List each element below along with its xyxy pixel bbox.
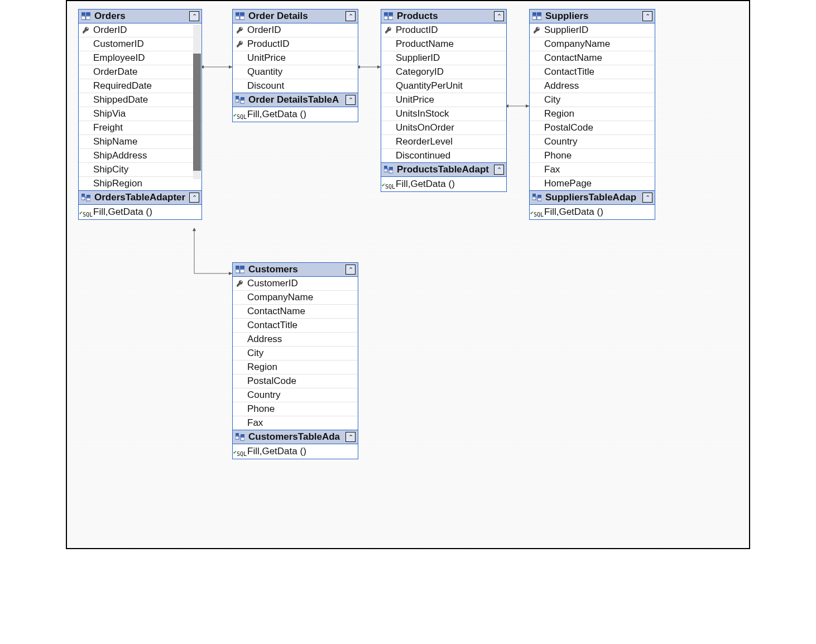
adapter-method-row[interactable]: ✔SQLFill,GetData () — [530, 205, 655, 219]
column-row[interactable]: City — [530, 93, 655, 107]
column-row[interactable]: Address — [233, 333, 358, 347]
adapter-header[interactable]: CustomersTableAda⌃ — [233, 430, 358, 444]
column-row[interactable]: Discount — [233, 79, 358, 93]
column-row[interactable]: PostalCode — [233, 374, 358, 388]
column-row[interactable]: Phone — [530, 149, 655, 163]
adapter-method-row[interactable]: ✔SQLFill,GetData () — [233, 444, 358, 459]
collapse-icon[interactable]: ⌃ — [189, 193, 199, 203]
column-row[interactable]: PostalCode — [530, 121, 655, 135]
column-name: RequiredDate — [93, 80, 152, 92]
column-row[interactable]: OrderID — [233, 23, 358, 37]
column-row[interactable]: CompanyName — [233, 291, 358, 305]
column-name: CustomerID — [247, 278, 298, 289]
column-row[interactable]: Country — [530, 135, 655, 149]
column-row[interactable]: ReorderLevel — [381, 135, 506, 149]
collapse-icon[interactable]: ⌃ — [189, 11, 199, 21]
table-products[interactable]: Products⌃ProductIDProductNameSupplierIDC… — [381, 9, 507, 192]
column-row[interactable]: EmployeeID — [79, 51, 201, 65]
column-name: CustomerID — [93, 39, 144, 50]
svg-rect-6 — [87, 195, 90, 198]
dataset-designer-canvas[interactable]: Orders⌃OrderIDCustomerIDEmployeeIDOrderD… — [66, 0, 750, 549]
table-header[interactable]: Products⌃ — [381, 9, 506, 23]
column-row[interactable]: ContactName — [233, 305, 358, 319]
column-row[interactable]: OrderDate — [79, 65, 201, 79]
adapter-method-row[interactable]: ✔SQLFill,GetData () — [381, 177, 506, 191]
table-header[interactable]: Suppliers⌃ — [530, 9, 655, 23]
adapter-header[interactable]: OrdersTableAdapter⌃ — [79, 190, 201, 205]
column-row[interactable]: ContactTitle — [233, 319, 358, 333]
svg-rect-35 — [240, 270, 244, 273]
scrollbar[interactable] — [193, 25, 201, 179]
collapse-icon[interactable]: ⌃ — [642, 11, 652, 21]
column-name: City — [544, 94, 560, 105]
column-row[interactable]: Quantity — [233, 65, 358, 79]
column-name: ContactName — [544, 52, 602, 64]
column-row[interactable]: UnitPrice — [233, 51, 358, 65]
column-row[interactable]: ProductID — [233, 37, 358, 51]
table-orders[interactable]: Orders⌃OrderIDCustomerIDEmployeeIDOrderD… — [78, 9, 202, 220]
column-row[interactable]: UnitPrice — [381, 93, 506, 107]
column-row[interactable]: ShipRegion — [79, 177, 201, 190]
column-row[interactable]: Fax — [530, 163, 655, 177]
adapter-header[interactable]: Order DetailsTableA⌃ — [233, 93, 358, 107]
table-header[interactable]: Customers⌃ — [233, 263, 358, 277]
column-row[interactable]: Country — [233, 388, 358, 402]
column-row[interactable]: ShippedDate — [79, 93, 201, 107]
column-row[interactable]: ContactName — [530, 51, 655, 65]
column-row[interactable]: CategoryID — [381, 65, 506, 79]
column-row[interactable]: UnitsInStock — [381, 107, 506, 121]
column-row[interactable]: CustomerID — [233, 277, 358, 291]
adapter-header[interactable]: ProductsTableAdapt⌃ — [381, 162, 506, 177]
column-row[interactable]: Discontinued — [381, 149, 506, 162]
column-row[interactable]: RequiredDate — [79, 79, 201, 93]
column-name: CategoryID — [396, 66, 444, 78]
table-suppliers[interactable]: Suppliers⌃SupplierIDCompanyNameContactNa… — [529, 9, 655, 220]
column-row[interactable]: CompanyName — [530, 37, 655, 51]
scroll-thumb[interactable] — [193, 54, 201, 171]
column-row[interactable]: ShipName — [79, 135, 201, 149]
column-row[interactable]: OrderID — [79, 23, 201, 37]
column-row[interactable]: Freight — [79, 121, 201, 135]
adapter-header[interactable]: SuppliersTableAdap⌃ — [530, 190, 655, 205]
table-customers[interactable]: Customers⌃CustomerIDCompanyNameContactNa… — [232, 262, 358, 459]
column-row[interactable]: ContactTitle — [530, 65, 655, 79]
column-row[interactable]: UnitsOnOrder — [381, 121, 506, 135]
collapse-icon[interactable]: ⌃ — [345, 265, 356, 275]
collapse-icon[interactable]: ⌃ — [345, 432, 356, 442]
column-row[interactable]: ProductName — [381, 37, 506, 51]
column-row[interactable]: SupplierID — [381, 51, 506, 65]
column-row[interactable]: Region — [530, 107, 655, 121]
svg-rect-8 — [236, 12, 239, 16]
column-name: QuantityPerUnit — [396, 80, 463, 92]
collapse-icon[interactable]: ⌃ — [642, 193, 652, 203]
column-row[interactable]: City — [233, 347, 358, 361]
table-orderdetails[interactable]: Order Details⌃OrderIDProductIDUnitPriceQ… — [232, 9, 358, 122]
collapse-icon[interactable]: ⌃ — [494, 165, 504, 175]
svg-rect-12 — [236, 96, 239, 99]
column-row[interactable]: Address — [530, 79, 655, 93]
column-row[interactable]: ShipCity — [79, 163, 201, 177]
column-row[interactable]: CustomerID — [79, 37, 201, 51]
svg-rect-4 — [81, 194, 85, 196]
column-row[interactable]: QuantityPerUnit — [381, 79, 506, 93]
sql-icon: ✔SQL — [532, 207, 542, 217]
relation-line[interactable] — [194, 228, 232, 273]
adapter-title: Order DetailsTableA — [248, 94, 342, 105]
collapse-icon[interactable]: ⌃ — [494, 11, 504, 21]
column-row[interactable]: Region — [233, 361, 358, 374]
collapse-icon[interactable]: ⌃ — [345, 95, 356, 105]
adapter-method-row[interactable]: ✔SQLFill,GetData () — [79, 205, 201, 219]
column-row[interactable]: HomePage — [530, 177, 655, 190]
column-row[interactable]: SupplierID — [530, 23, 655, 37]
primary-key-icon — [235, 26, 245, 34]
table-header[interactable]: Orders⌃ — [79, 9, 201, 23]
column-row[interactable]: ShipVia — [79, 107, 201, 121]
column-row[interactable]: ShipAddress — [79, 149, 201, 163]
column-name: ContactName — [247, 306, 305, 317]
column-row[interactable]: Phone — [233, 402, 358, 416]
table-header[interactable]: Order Details⌃ — [233, 9, 358, 23]
collapse-icon[interactable]: ⌃ — [345, 11, 356, 21]
column-row[interactable]: ProductID — [381, 23, 506, 37]
column-row[interactable]: Fax — [233, 416, 358, 430]
adapter-method-row[interactable]: ✔SQLFill,GetData () — [233, 107, 358, 122]
